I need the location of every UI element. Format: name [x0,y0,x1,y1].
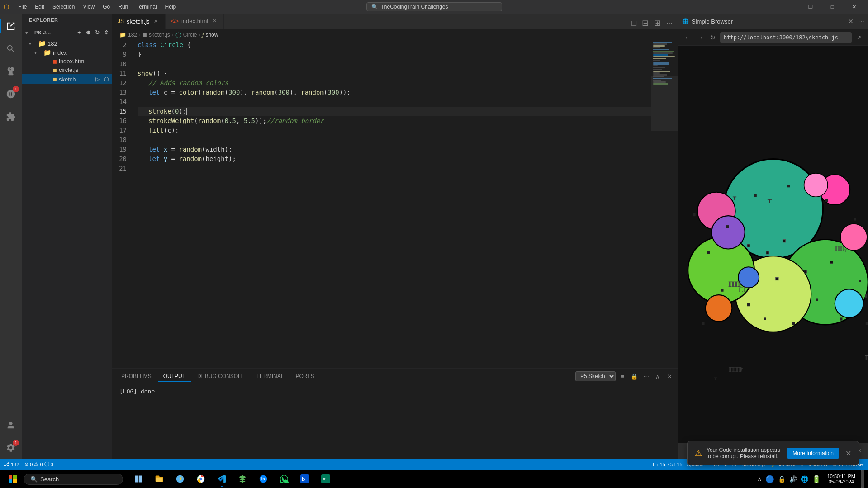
layout-grid-icon[interactable]: ⊞ [652,17,663,29]
status-errors[interactable]: ⊗ 0 ⚠ 0 ⓘ 0 [24,461,53,468]
restore-down-button[interactable]: ❐ [800,0,821,14]
taskbar-chrome[interactable] [191,470,211,488]
systray-battery[interactable]: 🔋 [811,474,822,484]
sb-back-button[interactable]: ← [682,32,693,43]
editor-content[interactable]: 2 9 10 11 12 13 14 15 16 17 18 19 20 21 [112,40,651,368]
sb-url-input[interactable] [720,32,852,43]
tab-index-html[interactable]: </> index.html ✕ [166,13,224,29]
menu-run[interactable]: Run [114,3,132,11]
panel-filter-button[interactable]: ≡ [617,371,627,381]
tree-root-label: PS J... [34,30,51,35]
taskbar-task-view[interactable] [128,470,148,488]
tree-item-182[interactable]: ▾ 📁 182 [22,39,112,48]
menu-view[interactable]: View [79,3,98,11]
menu-go[interactable]: Go [99,3,114,11]
status-git-branch[interactable]: ⎇ 182 [4,461,19,467]
tab-sketch-js[interactable]: JS sketch.js ✕ [112,13,166,29]
taskbar-search-bar[interactable]: 🔍 Search [24,474,123,485]
taskbar-app-extra3[interactable] [274,470,294,488]
sb-forward-button[interactable]: → [695,32,706,43]
taskbar-app-extra1[interactable] [232,470,252,488]
sketch-run-button[interactable]: ▷ [93,75,101,83]
sb-open-external-button[interactable]: ↗ [854,32,864,43]
systray-lock[interactable]: 🔒 [777,474,787,483]
tree-item-index-html[interactable]: ▸ ◼ index.html [22,57,112,66]
ln-19: 19 [112,145,130,154]
panel-source-selector[interactable]: P5 Sketch [575,371,616,381]
menu-terminal[interactable]: Terminal [133,3,160,11]
svg-text:ℿℿ: ℿℿ [739,287,749,293]
breadcrumb-182[interactable]: 182 [128,32,137,38]
notification-close-button[interactable]: ✕ [845,449,851,458]
menu-selection[interactable]: Selection [49,3,78,11]
maximize-button[interactable]: □ [822,0,843,14]
activity-settings[interactable]: 1 [0,437,22,459]
sb-close-button[interactable]: ✕ [848,18,854,25]
systray-up-arrow[interactable]: ∧ [756,474,763,483]
taskbar-clock[interactable]: 10:50:11 PM 05-09-2024 [824,474,859,484]
close-tab-html[interactable]: ✕ [211,18,218,25]
taskbar-app-extra5[interactable]: # [316,470,336,488]
svg-rect-24 [854,218,856,220]
panel-tab-problems[interactable]: PROBLEMS [116,371,157,381]
p5-canvas: ᚁ ᚁ ᚁ ᚁ ᚁ ᚁ ᚁ [678,46,868,443]
layout-split-icon[interactable]: ⊟ [640,17,650,29]
editor-more-button[interactable]: ⋯ [664,19,674,28]
sketch-debug-button[interactable]: ⬡ [102,75,110,83]
close-button[interactable]: ✕ [844,0,864,14]
notification-more-info-button[interactable]: More Information [787,448,839,459]
sb-more-button[interactable]: ⋯ [858,18,864,25]
taskbar-app-extra4[interactable]: b [295,470,315,488]
code-editor[interactable]: class Circle { } show() { // Adds random… [134,40,651,368]
code-line-12: // Adds random colors [138,78,651,88]
refresh-explorer-button[interactable]: ↻ [93,28,101,37]
status-cursor-pos[interactable]: Ln 15, Col 15 [653,462,682,467]
minimize-button[interactable]: ─ [778,0,799,14]
new-folder-button[interactable]: ⊕ [84,28,92,37]
panel-lock-button[interactable]: 🔒 [629,371,639,381]
activity-extensions[interactable] [0,106,22,128]
panel-tab-debug-console[interactable]: DEBUG CONSOLE [192,371,250,381]
breadcrumb-circle[interactable]: Circle [183,32,197,38]
menu-file[interactable]: File [14,3,30,11]
activity-search[interactable] [0,38,22,60]
start-button[interactable] [4,470,22,488]
tree-item-circle-js[interactable]: ▸ ◼ circle.js [22,66,112,74]
systray-sound[interactable]: 🔊 [788,474,798,483]
svg-text:ℿℿ: ℿℿ [835,246,845,252]
menu-edit[interactable]: Edit [31,3,48,11]
svg-rect-27 [747,303,750,306]
breadcrumb-show[interactable]: show [205,32,218,38]
folder-label-182: 182 [47,40,57,47]
taskbar-file-explorer[interactable] [149,470,169,488]
activity-source-control[interactable] [0,61,22,82]
tree-root[interactable]: ▾ PS J... + ⊕ ↻ ⇕ [22,26,112,39]
taskbar-copilot[interactable]: ⚡ [170,470,190,488]
taskbar-vscode[interactable] [212,470,232,488]
panel-tab-terminal[interactable]: TERMINAL [251,371,289,381]
collapse-explorer-button[interactable]: ⇕ [102,28,110,37]
layout-single-icon[interactable]: □ [630,18,638,29]
systray-bluetooth[interactable]: 🔵 [764,474,775,484]
taskbar-show-desktop[interactable] [861,470,864,488]
sb-refresh-button[interactable]: ↻ [707,32,718,43]
panel-tab-ports[interactable]: PORTS [290,371,319,381]
close-tab-sketch[interactable]: ✕ [152,18,160,25]
taskbar-app-extra2[interactable]: in [253,470,273,488]
title-search-bar[interactable]: 🔍 TheCodingTrain Challenges [366,2,502,11]
systray-network[interactable]: 🌐 [800,474,809,483]
activity-explorer[interactable] [0,15,22,37]
new-file-button[interactable]: + [75,28,83,37]
panel-more-button[interactable]: ⋯ [641,371,651,381]
panel-tab-output[interactable]: OUTPUT [158,371,191,382]
activity-accounts[interactable] [0,414,22,436]
tree-item-sketch[interactable]: ▸ ◼ sketch ▷ ⬡ [22,74,112,84]
code-line-19: let x = random(width); [138,145,651,154]
menu-help[interactable]: Help [161,3,180,11]
breadcrumb-sketch-js[interactable]: sketch.js [149,32,170,38]
tree-item-index[interactable]: ▾ 📁 index [22,48,112,57]
search-icon: 🔍 [371,4,378,10]
panel-maximize-button[interactable]: ∧ [653,371,663,381]
activity-run-debug[interactable]: 1 [0,83,22,105]
panel-close-button[interactable]: ✕ [664,371,674,381]
